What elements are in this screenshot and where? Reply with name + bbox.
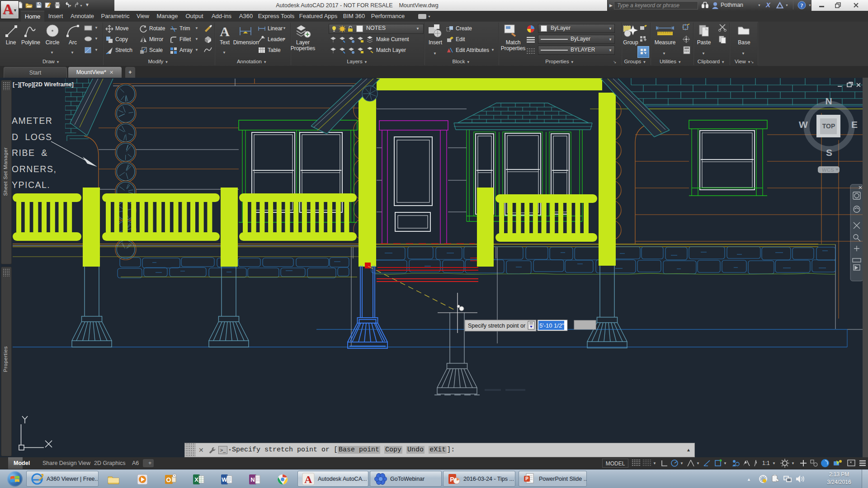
svg-text:D LOGS: D LOGS <box>12 132 52 142</box>
svg-text:A: A <box>304 474 312 485</box>
svg-text:WCS: WCS <box>822 167 834 173</box>
svg-text:RIBE &: RIBE & <box>12 148 48 158</box>
svg-text:Specify stretch point or: Specify stretch point or <box>468 323 525 329</box>
svg-text:E: E <box>851 119 858 130</box>
svg-text:W: W <box>222 476 227 483</box>
svg-text:?: ? <box>801 2 803 9</box>
svg-text:[−][Top][2D Wireframe]: [−][Top][2D Wireframe] <box>13 81 74 88</box>
svg-text:ORNERS,: ORNERS, <box>12 164 57 174</box>
svg-text:5'-10 1/2": 5'-10 1/2" <box>539 322 564 329</box>
svg-text:N: N <box>250 476 255 483</box>
svg-text:N: N <box>825 96 832 106</box>
svg-text:AMETER: AMETER <box>12 116 52 126</box>
svg-text:TOP: TOP <box>822 122 835 130</box>
svg-text:YPICAL.: YPICAL. <box>12 180 50 190</box>
svg-text:X: X <box>194 476 198 483</box>
svg-text:P: P <box>525 476 528 481</box>
svg-text:S: S <box>826 147 832 158</box>
svg-text:W: W <box>799 119 808 130</box>
svg-text:O: O <box>166 476 171 483</box>
svg-text:A: A <box>220 24 230 38</box>
